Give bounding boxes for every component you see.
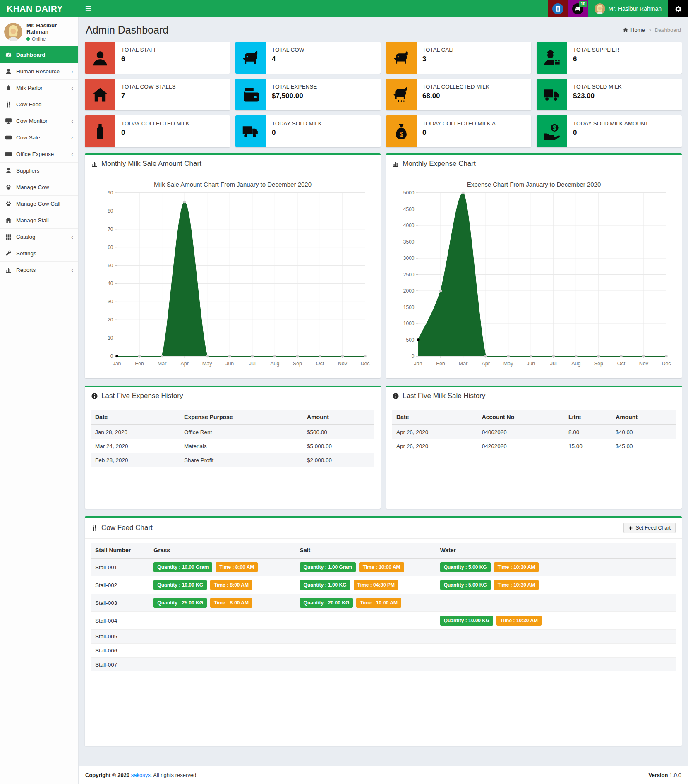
utensils-icon: [5, 101, 12, 108]
chevron-left-icon: ‹: [71, 68, 73, 74]
sidebar-item-cow-feed[interactable]: Cow Feed: [0, 96, 78, 113]
user-avatar: [595, 3, 605, 14]
sidebar-item-label: Cow Sale: [16, 134, 40, 141]
sidebar-item-manage-stall[interactable]: Manage Stall: [0, 212, 78, 228]
table-cell: $40.00: [611, 425, 676, 439]
navbar-spacer: [98, 0, 548, 17]
svg-text:$: $: [553, 124, 556, 131]
stat-card: TODAY SOLD MILK0: [235, 115, 381, 147]
stall-number: Stall-004: [91, 612, 149, 630]
column-header: Litre: [564, 410, 611, 425]
info-icon: [91, 393, 98, 400]
breadcrumb-home-link[interactable]: Home: [623, 27, 645, 33]
stat-card: TOTAL COLLECTED MILK68.00: [386, 79, 531, 110]
sidebar-item-milk-parlor[interactable]: Milk Parlor‹: [0, 79, 78, 96]
water-cell: [436, 594, 676, 612]
user-menu[interactable]: Mr. Hasibur Rahman: [588, 0, 668, 17]
hamburger-icon[interactable]: ☰: [79, 0, 98, 17]
sidebar-item-human-resource[interactable]: Human Resource‹: [0, 63, 78, 79]
feed-table-row: Stall-003Quantity : 25.00 KGTime : 8:00 …: [91, 594, 676, 612]
user-outline-icon: [5, 68, 12, 75]
set-feed-chart-button[interactable]: Set Feed Chart: [623, 523, 676, 533]
svg-text:Apr: Apr: [482, 361, 489, 367]
milk-sale-history-title: Last Five Milk Sale History: [403, 392, 485, 400]
svg-text:90: 90: [108, 190, 113, 196]
sidebar-item-manage-cow-calf[interactable]: Manage Cow Calf: [0, 195, 78, 212]
bar-chart-icon: [392, 161, 399, 168]
column-header: Stall Number: [91, 543, 149, 558]
svg-text:50: 50: [108, 263, 113, 269]
quantity-badge: Quantity : 5.00 KG: [440, 562, 491, 572]
calf-icon: [386, 42, 417, 74]
brand-logo[interactable]: KHAN DAIRY: [0, 0, 79, 17]
sidebar-item-label: Dashboard: [16, 52, 46, 58]
moneybag-icon: $: [386, 115, 417, 147]
copyright-text: Copyright © 2020 sakosys. All rights res…: [85, 772, 198, 778]
page-footer: Copyright © 2020 sakosys. All rights res…: [79, 766, 688, 784]
stat-card: TOTAL SUPPLIER6: [537, 42, 682, 74]
water-cell: Quantity : 5.00 KGTime : 10:30 AM: [436, 576, 676, 594]
stat-card-value: 6: [121, 55, 157, 63]
svg-text:40: 40: [108, 281, 113, 286]
time-badge: Time : 04:30 PM: [354, 580, 398, 590]
column-header: Salt: [296, 543, 436, 558]
sidebar-item-office-expense[interactable]: Office Expense‹: [0, 146, 78, 162]
grass-cell: [149, 644, 295, 658]
sidebar-user-status: Online: [26, 36, 74, 41]
sidebar-item-manage-cow[interactable]: Manage Cow: [0, 179, 78, 195]
table-cell: $5,000.00: [303, 439, 374, 453]
table-row: Mar 24, 2020Materials$5,000.00: [91, 439, 374, 453]
home-icon: [85, 79, 115, 110]
sidebar-item-label: Manage Stall: [16, 217, 49, 223]
feed-table-row: Stall-006: [91, 644, 676, 658]
sidebar-item-suppliers[interactable]: Suppliers: [0, 162, 78, 179]
droplet-icon: [5, 84, 12, 91]
milk-sale-chart-card: Monthly Milk Sale Amount Chart Milk Sale…: [85, 153, 381, 378]
sidebar-item-label: Settings: [16, 250, 36, 257]
sakosys-link[interactable]: sakosys: [131, 772, 151, 778]
stat-card: TOTAL COW4: [235, 42, 381, 74]
column-header: Amount: [611, 410, 676, 425]
settings-gear-button[interactable]: [668, 0, 688, 17]
cow-feed-table: Stall NumberGrassSaltWater Stall-001Quan…: [91, 543, 676, 671]
sidebar-item-catalog[interactable]: Catalog‹: [0, 228, 78, 245]
expense-history-card: Last Five Expense History DateExpense Pu…: [85, 386, 381, 509]
sidebar-item-cow-monitor[interactable]: Cow Monitor‹: [0, 113, 78, 129]
milk-parlor-shortcut[interactable]: [548, 0, 568, 17]
svg-text:Sep: Sep: [594, 361, 603, 367]
sidebar-item-settings[interactable]: Settings: [0, 245, 78, 261]
svg-text:2500: 2500: [403, 272, 415, 278]
chart-bar-icon: [5, 266, 12, 273]
truck-icon: [235, 115, 266, 147]
svg-text:80: 80: [108, 208, 113, 214]
stat-card-label: TOTAL SOLD MILK: [573, 84, 622, 90]
table-cell: $2,000.00: [303, 453, 374, 468]
time-badge: Time : 10:30 AM: [494, 580, 539, 590]
svg-text:0: 0: [412, 353, 415, 359]
page-title: Admin Dashboard: [86, 24, 168, 36]
sidebar-item-cow-sale[interactable]: Cow Sale‹: [0, 129, 78, 146]
salt-cell: Quantity : 20.00 KGTime : 10:00 AM: [296, 594, 436, 612]
cow-shortcut[interactable]: 10: [568, 0, 588, 17]
svg-text:500: 500: [406, 337, 414, 343]
user-solid-icon: [5, 167, 12, 174]
milk-chart-card-title: Monthly Milk Sale Amount Chart: [101, 160, 201, 168]
breadcrumb: Home > Dashboard: [623, 27, 681, 33]
svg-text:Dec: Dec: [360, 361, 369, 367]
grid-icon: [5, 233, 12, 240]
sidebar-item-reports[interactable]: Reports‹: [0, 261, 78, 278]
svg-text:10: 10: [108, 335, 113, 341]
column-header: Account No: [478, 410, 564, 425]
grass-cell: [149, 630, 295, 644]
stall-number: Stall-006: [91, 644, 149, 658]
stat-card-value: 0: [121, 129, 189, 137]
column-header: Date: [392, 410, 478, 425]
stat-card-value: 3: [422, 55, 455, 63]
table-row: Jan 28, 2020Office Rent$500.00: [91, 425, 374, 439]
water-cell: [436, 658, 676, 672]
stat-card-value: 68.00: [422, 92, 489, 100]
feed-table-row: Stall-001Quantity : 10.00 GramTime : 8:0…: [91, 558, 676, 576]
quantity-badge: Quantity : 20.00 KG: [300, 598, 353, 608]
sidebar-item-dashboard[interactable]: Dashboard: [0, 46, 78, 63]
svg-text:Mar: Mar: [158, 361, 167, 367]
